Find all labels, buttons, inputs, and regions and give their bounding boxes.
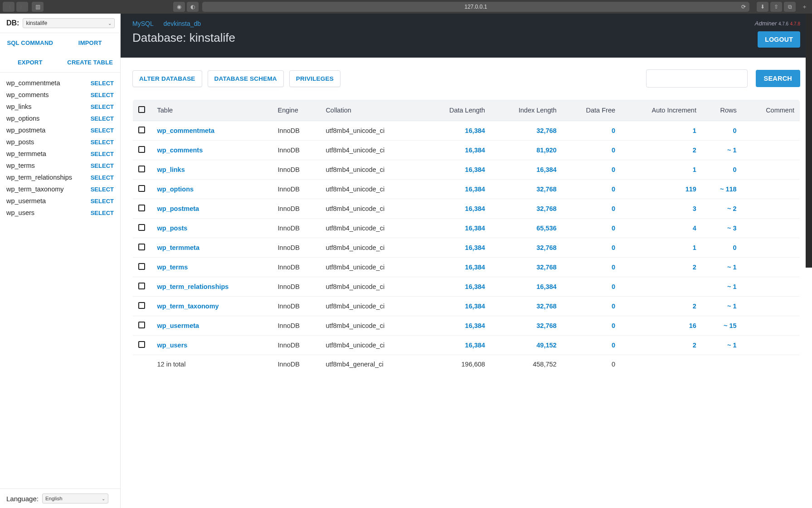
col-table[interactable]: Table: [152, 100, 272, 121]
scrollbar[interactable]: [806, 14, 812, 268]
cell-index-length[interactable]: 81,920: [491, 141, 562, 160]
shield-button[interactable]: ◐: [187, 2, 199, 12]
cell-rows[interactable]: ~ 118: [702, 180, 742, 199]
row-checkbox[interactable]: [138, 322, 145, 328]
cell-data-length[interactable]: 16,384: [422, 141, 491, 160]
cell-data-free[interactable]: 0: [562, 141, 621, 160]
cell-auto-increment[interactable]: 3: [621, 199, 702, 219]
cell-data-free[interactable]: 0: [562, 316, 621, 336]
cell-data-free[interactable]: 0: [562, 160, 621, 180]
database-schema-button[interactable]: DATABASE SCHEMA: [208, 70, 284, 87]
sidebar-select-link[interactable]: SELECT: [91, 80, 114, 87]
cell-auto-increment[interactable]: 16: [621, 316, 702, 336]
address-bar[interactable]: 127.0.0.1 ⟳: [202, 2, 749, 12]
sidebar-table-link[interactable]: wp_term_relationships: [6, 174, 72, 181]
row-checkbox[interactable]: [138, 205, 145, 211]
cell-data-free[interactable]: 0: [562, 258, 621, 277]
cell-rows[interactable]: ~ 1: [702, 141, 742, 160]
row-checkbox[interactable]: [138, 185, 145, 192]
cell-auto-increment[interactable]: 2: [621, 336, 702, 355]
sidebar-table-link[interactable]: wp_commentmeta: [6, 79, 60, 87]
cell-rows[interactable]: 0: [702, 238, 742, 258]
row-checkbox[interactable]: [138, 127, 145, 133]
cell-rows[interactable]: ~ 15: [702, 316, 742, 336]
cell-auto-increment[interactable]: 2: [621, 297, 702, 316]
reload-icon[interactable]: ⟳: [741, 4, 746, 10]
cell-rows[interactable]: ~ 1: [702, 258, 742, 277]
sidebar-table-link[interactable]: wp_usermeta: [6, 197, 46, 205]
breadcrumb-db[interactable]: devkinsta_db: [164, 20, 201, 27]
sidebar-select-link[interactable]: SELECT: [91, 92, 114, 98]
cell-table[interactable]: wp_posts: [152, 219, 272, 238]
sidebar-select-link[interactable]: SELECT: [91, 127, 114, 134]
row-checkbox[interactable]: [138, 244, 145, 250]
row-checkbox[interactable]: [138, 224, 145, 231]
sidebar-table-link[interactable]: wp_postmeta: [6, 127, 45, 134]
cell-data-free[interactable]: 0: [562, 297, 621, 316]
cell-data-length[interactable]: 16,384: [422, 297, 491, 316]
col-collation[interactable]: Collation: [320, 100, 422, 121]
cell-table[interactable]: wp_commentmeta: [152, 121, 272, 141]
cell-data-length[interactable]: 16,384: [422, 277, 491, 297]
cell-table[interactable]: wp_term_taxonomy: [152, 297, 272, 316]
create-table-link[interactable]: CREATE TABLE: [60, 53, 121, 72]
sidebar-table-link[interactable]: wp_links: [6, 103, 32, 110]
sidebar-table-link[interactable]: wp_term_taxonomy: [6, 186, 64, 193]
sidebar-table-link[interactable]: wp_users: [6, 209, 34, 216]
sidebar-table-link[interactable]: wp_posts: [6, 138, 34, 146]
cell-auto-increment[interactable]: 119: [621, 180, 702, 199]
db-selector[interactable]: kinstalife: [23, 18, 115, 28]
cell-data-length[interactable]: 16,384: [422, 336, 491, 355]
cell-table[interactable]: wp_comments: [152, 141, 272, 160]
tabs-button[interactable]: ⧉: [784, 2, 796, 12]
new-tab-button[interactable]: ＋: [799, 2, 809, 12]
privileges-button[interactable]: PRIVILEGES: [289, 70, 340, 87]
share-button[interactable]: ⇧: [770, 2, 782, 12]
cell-table[interactable]: wp_options: [152, 180, 272, 199]
sidebar-select-link[interactable]: SELECT: [91, 186, 114, 193]
sidebar-select-link[interactable]: SELECT: [91, 103, 114, 110]
cell-index-length[interactable]: 16,384: [491, 160, 562, 180]
cell-auto-increment[interactable]: 2: [621, 141, 702, 160]
cell-index-length[interactable]: 16,384: [491, 277, 562, 297]
cell-index-length[interactable]: 32,768: [491, 316, 562, 336]
col-data-length[interactable]: Data Length: [422, 100, 491, 121]
cell-rows[interactable]: ~ 1: [702, 297, 742, 316]
logout-button[interactable]: LOGOUT: [758, 31, 800, 48]
sidebar-toggle-button[interactable]: ▥: [32, 2, 44, 12]
cell-data-free[interactable]: 0: [562, 180, 621, 199]
search-input[interactable]: [646, 69, 748, 88]
cell-rows[interactable]: 0: [702, 121, 742, 141]
row-checkbox[interactable]: [138, 283, 145, 289]
cell-index-length[interactable]: 32,768: [491, 258, 562, 277]
cell-data-free[interactable]: 0: [562, 121, 621, 141]
cell-data-free[interactable]: 0: [562, 336, 621, 355]
search-button[interactable]: SEARCH: [756, 70, 800, 87]
cell-index-length[interactable]: 49,152: [491, 336, 562, 355]
row-checkbox[interactable]: [138, 302, 145, 309]
cell-data-length[interactable]: 16,384: [422, 258, 491, 277]
language-selector[interactable]: English: [42, 493, 108, 503]
cell-rows[interactable]: ~ 2: [702, 199, 742, 219]
downloads-button[interactable]: ⬇: [757, 2, 768, 12]
export-link[interactable]: EXPORT: [0, 53, 60, 72]
cell-data-free[interactable]: 0: [562, 219, 621, 238]
col-data-free[interactable]: Data Free: [562, 100, 621, 121]
cell-auto-increment[interactable]: 1: [621, 121, 702, 141]
cell-data-length[interactable]: 16,384: [422, 180, 491, 199]
cell-table[interactable]: wp_postmeta: [152, 199, 272, 219]
cell-data-length[interactable]: 16,384: [422, 121, 491, 141]
cell-table[interactable]: wp_links: [152, 160, 272, 180]
alter-database-button[interactable]: ALTER DATABASE: [132, 70, 202, 87]
cell-data-length[interactable]: 16,384: [422, 238, 491, 258]
cell-auto-increment[interactable]: 2: [621, 258, 702, 277]
col-engine[interactable]: Engine: [272, 100, 321, 121]
cell-data-length[interactable]: 16,384: [422, 160, 491, 180]
cell-auto-increment[interactable]: 1: [621, 238, 702, 258]
cell-index-length[interactable]: 32,768: [491, 297, 562, 316]
cell-table[interactable]: wp_terms: [152, 258, 272, 277]
cell-index-length[interactable]: 32,768: [491, 199, 562, 219]
col-rows[interactable]: Rows: [702, 100, 742, 121]
nav-forward-button[interactable]: 〉: [16, 2, 28, 12]
col-comment[interactable]: Comment: [742, 100, 800, 121]
